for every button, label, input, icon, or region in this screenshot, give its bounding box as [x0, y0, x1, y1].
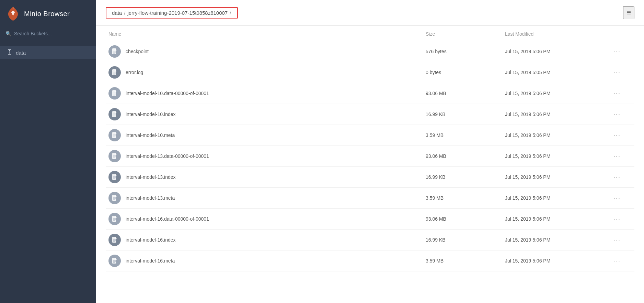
file-name[interactable]: interval-model-16.meta	[126, 258, 175, 264]
file-modified: Jul 15, 2019 5:06 PM	[502, 209, 608, 230]
hamburger-button[interactable]: ≡	[623, 6, 634, 19]
file-size: 3.59 MB	[423, 188, 502, 209]
file-name-cell: interval-model-13.meta	[106, 188, 423, 209]
file-modified: Jul 15, 2019 5:06 PM	[502, 230, 608, 250]
col-header-size: Size	[423, 26, 502, 41]
file-icon	[108, 150, 121, 162]
file-actions-button[interactable]: ···	[611, 47, 623, 57]
file-actions-button[interactable]: ···	[611, 193, 623, 203]
file-name-cell: interval-model-10.data-00000-of-00001	[106, 83, 423, 104]
minio-logo-icon	[7, 6, 19, 21]
file-name-cell: interval-model-16.data-00000-of-00001	[106, 209, 423, 230]
file-icon	[108, 45, 121, 58]
file-actions-button[interactable]: ···	[611, 172, 623, 182]
file-size: 93.06 MB	[423, 209, 502, 230]
app-title: Minio Browser	[24, 10, 70, 18]
file-modified: Jul 15, 2019 5:06 PM	[502, 125, 608, 146]
sidebar-header: Minio Browser	[0, 0, 96, 27]
file-actions-button[interactable]: ···	[611, 68, 623, 78]
file-icon	[108, 192, 121, 204]
file-actions-button[interactable]: ···	[611, 256, 623, 266]
table-row: interval-model-13.index 16.99 KB Jul 15,…	[106, 167, 634, 188]
file-modified: Jul 15, 2019 5:06 PM	[502, 188, 608, 209]
file-name[interactable]: interval-model-16.index	[126, 237, 176, 243]
breadcrumb-folder[interactable]: jerry-flow-training-2019-07-15t0858z8100…	[127, 10, 228, 16]
file-size: 16.99 KB	[423, 104, 502, 125]
file-size: 3.59 MB	[423, 250, 502, 271]
file-icon	[108, 255, 121, 267]
file-name[interactable]: checkpoint	[126, 49, 149, 54]
file-modified: Jul 15, 2019 5:05 PM	[502, 62, 608, 83]
file-actions-cell: ···	[608, 62, 634, 83]
search-icon: 🔍	[5, 31, 11, 36]
file-actions-cell: ···	[608, 209, 634, 230]
file-actions-cell: ···	[608, 167, 634, 188]
file-actions-cell: ···	[608, 41, 634, 62]
file-modified: Jul 15, 2019 5:06 PM	[502, 104, 608, 125]
file-icon	[108, 87, 121, 100]
file-actions-cell: ···	[608, 230, 634, 250]
file-icon	[108, 129, 121, 141]
file-size: 0 bytes	[423, 62, 502, 83]
file-area: Name Size Last Modified	[96, 26, 644, 303]
file-actions-button[interactable]: ···	[611, 151, 623, 161]
file-name-cell: interval-model-16.index	[106, 230, 423, 250]
file-actions-button[interactable]: ···	[611, 109, 623, 119]
file-actions-button[interactable]: ···	[611, 214, 623, 224]
col-header-modified: Last Modified	[502, 26, 608, 41]
file-actions-button[interactable]: ···	[611, 130, 623, 140]
file-name[interactable]: interval-model-13.data-00000-of-00001	[126, 153, 209, 159]
file-actions-cell: ···	[608, 83, 634, 104]
table-row: interval-model-16.index 16.99 KB Jul 15,…	[106, 230, 634, 250]
breadcrumb-sep-1: /	[124, 10, 125, 16]
file-modified: Jul 15, 2019 5:06 PM	[502, 41, 608, 62]
file-icon	[108, 108, 121, 120]
file-name[interactable]: interval-model-16.data-00000-of-00001	[126, 216, 209, 222]
bucket-item-label: data	[16, 50, 26, 56]
table-row: interval-model-10.meta 3.59 MB Jul 15, 2…	[106, 125, 634, 146]
table-row: error.log 0 bytes Jul 15, 2019 5:05 PM ·…	[106, 62, 634, 83]
file-actions-cell: ···	[608, 188, 634, 209]
file-name[interactable]: error.log	[126, 70, 143, 75]
file-size: 16.99 KB	[423, 230, 502, 250]
file-name-cell: interval-model-16.meta	[106, 250, 423, 271]
bucket-list: 🗄 data	[0, 43, 96, 303]
search-input[interactable]	[14, 31, 91, 36]
file-icon	[108, 213, 121, 225]
file-name[interactable]: interval-model-10.index	[126, 112, 176, 117]
search-wrapper[interactable]: 🔍	[5, 31, 91, 38]
file-name-cell: interval-model-13.data-00000-of-00001	[106, 146, 423, 167]
file-icon	[108, 66, 121, 79]
file-name[interactable]: interval-model-10.data-00000-of-00001	[126, 91, 209, 96]
table-row: interval-model-13.data-00000-of-00001 93…	[106, 146, 634, 167]
file-name-cell: interval-model-13.index	[106, 167, 423, 188]
table-row: interval-model-10.data-00000-of-00001 93…	[106, 83, 634, 104]
breadcrumb-sep-2: /	[230, 10, 231, 16]
file-name[interactable]: interval-model-10.meta	[126, 132, 175, 138]
file-actions-button[interactable]: ···	[611, 235, 623, 245]
file-actions-cell: ···	[608, 146, 634, 167]
breadcrumb-data[interactable]: data	[112, 10, 122, 16]
sidebar-item-data[interactable]: 🗄 data	[0, 46, 96, 59]
col-header-name: Name	[106, 26, 423, 41]
file-name-cell: checkpoint	[106, 41, 423, 62]
file-icon	[108, 234, 121, 246]
file-name[interactable]: interval-model-13.index	[126, 174, 176, 180]
file-actions-cell: ···	[608, 104, 634, 125]
file-modified: Jul 15, 2019 5:06 PM	[502, 146, 608, 167]
file-actions-button[interactable]: ···	[611, 89, 623, 98]
table-row: checkpoint 576 bytes Jul 15, 2019 5:06 P…	[106, 41, 634, 62]
table-row: interval-model-16.data-00000-of-00001 93…	[106, 209, 634, 230]
search-container: 🔍	[0, 27, 96, 43]
breadcrumb[interactable]: data / jerry-flow-training-2019-07-15t08…	[106, 7, 238, 19]
table-header-row: Name Size Last Modified	[106, 26, 634, 41]
bucket-icon: 🗄	[7, 49, 12, 56]
table-row: interval-model-10.index 16.99 KB Jul 15,…	[106, 104, 634, 125]
file-size: 3.59 MB	[423, 125, 502, 146]
file-actions-cell: ···	[608, 125, 634, 146]
file-modified: Jul 15, 2019 5:06 PM	[502, 250, 608, 271]
file-table: Name Size Last Modified	[106, 26, 634, 271]
file-name-cell: interval-model-10.meta	[106, 125, 423, 146]
file-name[interactable]: interval-model-13.meta	[126, 195, 175, 201]
file-name-cell: error.log	[106, 62, 423, 83]
